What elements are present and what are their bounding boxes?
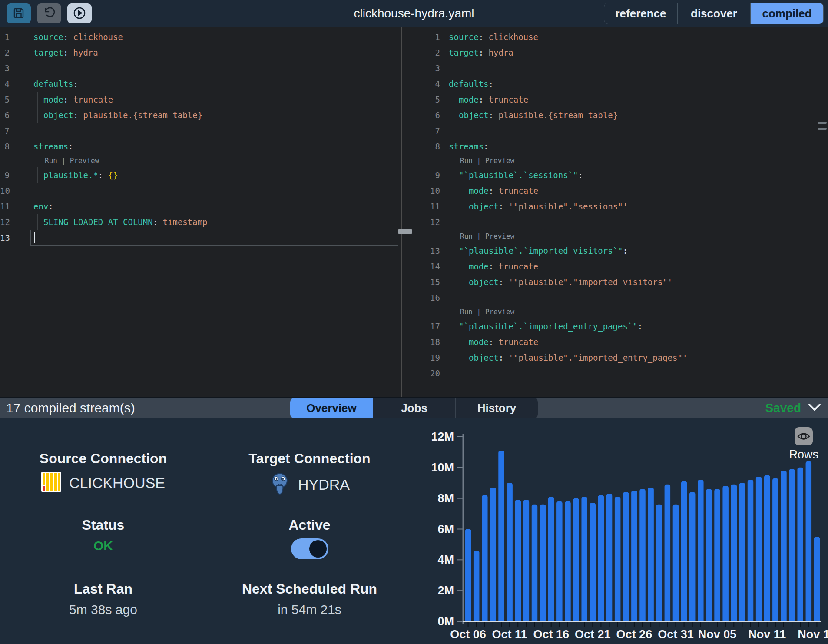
code-line[interactable]: 9plausible.*: {} xyxy=(0,167,401,183)
bar[interactable] xyxy=(656,505,662,621)
run-button[interactable] xyxy=(67,3,92,23)
toggle-metric-button[interactable] xyxy=(795,427,813,445)
bar[interactable] xyxy=(706,489,712,621)
tab-discover[interactable]: discover xyxy=(677,3,750,24)
code-line[interactable]: 6object: plausible.{stream_table} xyxy=(402,107,828,123)
bar[interactable] xyxy=(731,485,737,621)
bar[interactable] xyxy=(681,481,687,621)
preview-stream-link[interactable]: Preview xyxy=(70,156,99,165)
code-line[interactable]: 10mode: truncate xyxy=(402,183,828,199)
code-line[interactable]: 13"`plausible`.`imported_visitors`": xyxy=(402,243,828,259)
code-line[interactable]: 2target: hydra xyxy=(402,45,828,60)
code-line[interactable]: 20 xyxy=(402,365,828,381)
code-line[interactable]: 3 xyxy=(402,60,828,76)
bar[interactable] xyxy=(639,489,646,621)
bar[interactable] xyxy=(573,498,579,621)
bar[interactable] xyxy=(615,497,621,621)
bar[interactable] xyxy=(540,505,546,621)
code-line[interactable]: 8streams: xyxy=(0,139,401,154)
code-line[interactable]: 16 xyxy=(402,290,828,305)
code-line[interactable]: 12SLING_LOADED_AT_COLUMN: timestamp xyxy=(0,214,401,230)
bar[interactable] xyxy=(665,485,671,621)
code-line[interactable]: 17"`plausible`.`imported_entry_pages`": xyxy=(402,319,828,334)
source-editor-pane[interactable]: 1source: clickhouse2target: hydra34defau… xyxy=(0,27,401,397)
bar[interactable] xyxy=(598,495,604,621)
bar[interactable] xyxy=(698,480,704,621)
tab-compiled[interactable]: compiled xyxy=(750,3,823,24)
bar[interactable] xyxy=(722,486,729,621)
bar[interactable] xyxy=(772,478,778,621)
bar[interactable] xyxy=(756,477,762,621)
code-line[interactable]: 4defaults: xyxy=(0,76,401,92)
bar[interactable] xyxy=(465,529,471,622)
bar[interactable] xyxy=(606,494,613,621)
code-line[interactable]: 9"`plausible`.`sessions`": xyxy=(402,167,828,183)
code-line[interactable]: 5mode: truncate xyxy=(0,92,401,107)
undo-button[interactable] xyxy=(37,3,61,23)
bar[interactable] xyxy=(648,488,654,621)
bar[interactable] xyxy=(498,451,504,621)
bar[interactable] xyxy=(590,503,596,621)
code-line[interactable]: 19object: '"plausible"."imported_entry_p… xyxy=(402,350,828,365)
tab-reference[interactable]: reference xyxy=(604,3,677,24)
save-button[interactable] xyxy=(7,3,31,23)
preview-stream-link[interactable]: Preview xyxy=(485,156,514,165)
code-line[interactable]: 12 xyxy=(402,214,828,230)
code-line[interactable]: 5mode: truncate xyxy=(402,92,828,107)
bar[interactable] xyxy=(623,492,629,622)
bar[interactable] xyxy=(515,500,521,621)
bar[interactable] xyxy=(565,501,571,621)
chevron-down-icon[interactable] xyxy=(808,403,821,413)
bar[interactable] xyxy=(714,489,720,621)
scrollbar-handle[interactable] xyxy=(818,122,827,130)
bar[interactable] xyxy=(532,505,538,621)
bar[interactable] xyxy=(631,491,637,621)
bar[interactable] xyxy=(748,480,754,621)
bar[interactable] xyxy=(806,461,812,621)
run-stream-link[interactable]: Run xyxy=(460,156,473,165)
code-line[interactable]: 2target: hydra xyxy=(0,45,401,60)
run-stream-link[interactable]: Run xyxy=(460,232,473,240)
bar[interactable] xyxy=(814,537,820,621)
bar[interactable] xyxy=(797,468,803,621)
bar[interactable] xyxy=(781,471,787,621)
bar[interactable] xyxy=(673,505,679,621)
code-line[interactable]: 11object: '"plausible"."sessions"' xyxy=(402,199,828,214)
run-stream-link[interactable]: Run xyxy=(45,156,57,165)
code-line[interactable]: 1source: clickhouse xyxy=(402,29,828,45)
code-line[interactable]: 10 xyxy=(0,183,401,199)
source-yaml-code[interactable]: 1source: clickhouse2target: hydra34defau… xyxy=(0,27,401,246)
bar[interactable] xyxy=(764,475,770,621)
bar[interactable] xyxy=(507,483,513,621)
code-line[interactable]: 14mode: truncate xyxy=(402,259,828,274)
code-line[interactable]: 11env: xyxy=(0,199,401,214)
pane-splitter-handle[interactable] xyxy=(398,229,412,234)
bar[interactable] xyxy=(474,551,480,621)
preview-stream-link[interactable]: Preview xyxy=(485,308,514,316)
preview-stream-link[interactable]: Preview xyxy=(485,232,514,240)
code-line[interactable]: 7 xyxy=(0,123,401,139)
compiled-editor-pane[interactable]: 1source: clickhouse2target: hydra34defau… xyxy=(401,27,828,397)
code-line[interactable]: 7 xyxy=(402,123,828,139)
code-line[interactable]: 4defaults: xyxy=(402,76,828,92)
code-line[interactable]: 15object: '"plausible"."imported_visitor… xyxy=(402,274,828,290)
bar[interactable] xyxy=(556,501,563,621)
bar[interactable] xyxy=(689,492,696,622)
code-line[interactable]: 3 xyxy=(0,60,401,76)
active-toggle[interactable] xyxy=(291,538,328,559)
code-line[interactable]: 6object: plausible.{stream_table} xyxy=(0,107,401,123)
bar[interactable] xyxy=(548,497,554,621)
bar[interactable] xyxy=(482,495,488,621)
tab-overview[interactable]: Overview xyxy=(290,398,373,418)
code-line[interactable]: 8streams: xyxy=(402,139,828,154)
bar[interactable] xyxy=(739,483,745,621)
bar[interactable] xyxy=(490,488,496,621)
bar[interactable] xyxy=(523,500,530,621)
run-stream-link[interactable]: Run xyxy=(460,308,473,316)
code-line[interactable]: 1source: clickhouse xyxy=(0,29,401,45)
code-line[interactable]: 18mode: truncate xyxy=(402,334,828,350)
bar[interactable] xyxy=(581,497,587,621)
tab-jobs[interactable]: Jobs xyxy=(373,398,455,418)
code-line[interactable]: 13 xyxy=(0,230,401,246)
bar[interactable] xyxy=(789,469,795,621)
